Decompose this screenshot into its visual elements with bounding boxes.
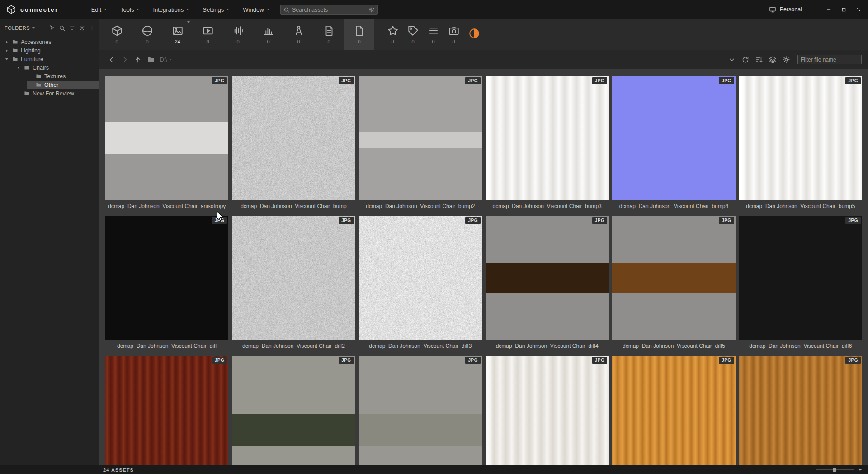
filter-favorites[interactable]: 0	[382, 19, 403, 50]
filter-audio[interactable]: 0	[223, 19, 253, 50]
asset-thumbnail: JPG	[612, 76, 735, 200]
asset-tile[interactable]: JPGdcmap_Dan Johnson_Viscount Chair_bump	[232, 76, 355, 212]
asset-tile[interactable]: JPGdcmap_Dan Johnson_Viscount Chair_diff…	[739, 216, 862, 352]
view-dropdown-button[interactable]	[728, 56, 736, 64]
menu-tools[interactable]: Tools	[120, 6, 139, 13]
back-button[interactable]	[108, 56, 116, 64]
filter-icon[interactable]	[69, 25, 75, 32]
menu-settings[interactable]: Settings	[203, 6, 229, 13]
maximize-button[interactable]	[839, 5, 849, 14]
gear-icon[interactable]	[79, 25, 85, 32]
forward-icon	[121, 56, 129, 64]
folders-panel: FOLDERS AccessoriesLightingFurnitureChai…	[0, 19, 99, 465]
forward-button[interactable]	[121, 56, 129, 64]
asset-tile[interactable]: JPG	[612, 356, 735, 465]
folder-other[interactable]: Other	[0, 81, 99, 89]
filter-videos[interactable]: 0	[193, 19, 223, 50]
expand-toggle-icon[interactable]	[4, 41, 9, 43]
app-title: connecter	[20, 6, 59, 13]
folders-caret-icon[interactable]	[32, 27, 35, 29]
asset-tile[interactable]: JPGdcmap_Dan Johnson_Viscount Chair_bump…	[486, 76, 609, 212]
thumbnail-zoom-control: +	[816, 467, 862, 473]
asset-tile[interactable]: JPGdcmap_Dan Johnson_Viscount Chair_bump…	[739, 76, 862, 212]
folder-icon	[12, 47, 19, 53]
stack-view-button[interactable]	[769, 56, 777, 64]
folder-textures[interactable]: Textures	[0, 72, 99, 81]
expand-toggle-icon[interactable]	[4, 49, 9, 52]
filter-images[interactable]: 24	[162, 19, 193, 50]
chevron-down-icon	[137, 9, 139, 10]
filter-models[interactable]: 0	[102, 19, 132, 50]
filter-other-files[interactable]: 0	[344, 19, 374, 50]
asset-thumbnail: JPG	[105, 216, 228, 340]
folder-label: Accessories	[21, 39, 51, 45]
asset-tile[interactable]: JPG	[486, 356, 609, 465]
search-box[interactable]	[280, 5, 378, 15]
asset-tile[interactable]: JPGdcmap_Dan Johnson_Viscount Chair_diff	[105, 216, 228, 352]
minimize-button[interactable]	[824, 5, 834, 14]
asset-tile[interactable]: JPGdcmap_Dan Johnson_Viscount Chair_diff…	[486, 216, 609, 352]
asset-tile[interactable]: JPGdcmap_Dan Johnson_Viscount Chair_anis…	[105, 76, 228, 212]
filter-fonts[interactable]: 0	[283, 19, 314, 50]
filter-documents[interactable]: 0	[314, 19, 344, 50]
asset-tile[interactable]: JPGdcmap_Dan Johnson_Viscount Chair_diff…	[232, 216, 355, 352]
locate-icon[interactable]	[49, 25, 56, 32]
images-dropdown-caret[interactable]	[187, 21, 190, 23]
filter-renders[interactable]: 0	[443, 19, 464, 50]
asset-tile[interactable]: JPG	[105, 356, 228, 465]
filter-materials[interactable]: 0	[132, 19, 162, 50]
menu-edit[interactable]: Edit	[91, 6, 107, 13]
filter-color-toggle[interactable]	[464, 19, 484, 50]
workspace-label: Personal	[780, 6, 802, 13]
folder-label: Furniture	[21, 56, 43, 62]
filter-tags[interactable]: 0	[403, 19, 423, 50]
filter-count: 0	[297, 39, 300, 44]
menu-window[interactable]: Window	[243, 6, 269, 13]
search-input[interactable]	[292, 7, 366, 13]
asset-filename: dcmap_Dan Johnson_Viscount Chair_bump5	[739, 200, 862, 212]
asset-tile[interactable]: JPGdcmap_Dan Johnson_Viscount Chair_bump…	[612, 76, 735, 212]
folder-chairs[interactable]: Chairs	[0, 63, 99, 72]
folder-furniture[interactable]: Furniture	[0, 55, 99, 63]
filter-ies-lights[interactable]: 0	[253, 19, 283, 50]
folder-lighting[interactable]: Lighting	[0, 46, 99, 55]
workspace-selector[interactable]: Personal	[769, 6, 802, 13]
asset-tile[interactable]: JPGdcmap_Dan Johnson_Viscount Chair_diff…	[359, 216, 482, 352]
refresh-button[interactable]	[741, 56, 750, 64]
asset-thumbnail: JPG	[105, 356, 228, 465]
filter-lists[interactable]: 0	[423, 19, 443, 50]
folder-label: Other	[44, 82, 58, 88]
expand-toggle-icon[interactable]	[15, 67, 21, 69]
zoom-slider-handle[interactable]	[833, 468, 836, 472]
filter-filename-input[interactable]	[797, 55, 862, 64]
close-button[interactable]	[854, 5, 863, 14]
asset-tile[interactable]: JPG	[359, 356, 482, 465]
asset-filename: dcmap_Dan Johnson_Viscount Chair_anisotr…	[105, 200, 228, 212]
zoom-in-button[interactable]: +	[858, 467, 862, 473]
up-arrow-icon	[134, 56, 142, 64]
asset-tile[interactable]: JPGdcmap_Dan Johnson_Viscount Chair_bump…	[359, 76, 482, 212]
up-button[interactable]	[134, 56, 142, 64]
zoom-slider-track[interactable]	[816, 469, 854, 470]
breadcrumb[interactable]: D:\	[160, 57, 171, 63]
folder-accessories[interactable]: Accessories	[0, 38, 99, 46]
expand-toggle-icon[interactable]	[4, 58, 9, 60]
menubar: EditToolsIntegrationsSettingsWindowHelp	[91, 6, 301, 13]
menu-integrations[interactable]: Integrations	[153, 6, 189, 13]
asset-thumbnail: JPG	[359, 76, 482, 200]
audio-icon	[232, 25, 244, 37]
folder-label: New For Review	[33, 90, 74, 97]
search-filter-icon[interactable]	[368, 7, 375, 13]
add-folder-icon[interactable]	[89, 25, 95, 32]
view-settings-button[interactable]	[782, 56, 790, 64]
asset-thumbnail: JPG	[105, 76, 228, 200]
asset-tile[interactable]: JPG	[232, 356, 355, 465]
refresh-icon	[741, 56, 750, 64]
folder-new-for-review[interactable]: New For Review	[0, 89, 99, 98]
video-icon	[202, 25, 214, 37]
asset-tile[interactable]: JPG	[739, 356, 862, 465]
asset-tile[interactable]: JPGdcmap_Dan Johnson_Viscount Chair_diff…	[612, 216, 735, 352]
sort-button[interactable]	[755, 56, 763, 64]
search-icon[interactable]	[59, 25, 66, 32]
close-icon	[856, 7, 862, 13]
